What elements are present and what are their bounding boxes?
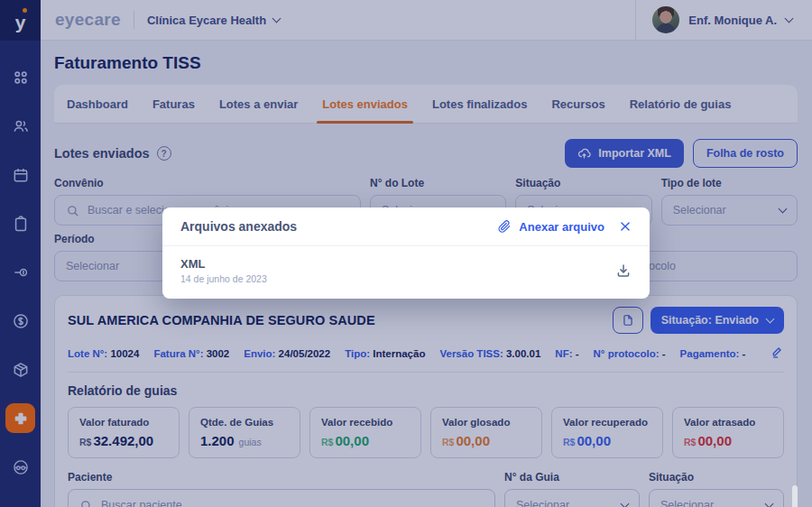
attach-file-button[interactable]: Anexar arquivo — [497, 219, 604, 234]
file-date: 14 de junho de 2023 — [180, 273, 267, 284]
faturamento-tiss-app: y — [0, 0, 812, 507]
file-info: XML 14 de junho de 2023 — [180, 257, 267, 284]
download-icon — [615, 263, 632, 279]
scrollbar-thumb[interactable] — [792, 485, 798, 507]
close-icon[interactable] — [619, 220, 632, 233]
download-button[interactable] — [615, 263, 632, 279]
paperclip-icon — [497, 219, 512, 234]
file-name: XML — [180, 257, 267, 271]
attached-files-modal: Arquivos anexados Anexar arquivo XML 14 … — [162, 207, 650, 299]
modal-title: Arquivos anexados — [180, 219, 297, 234]
modal-header: Arquivos anexados Anexar arquivo — [162, 207, 650, 246]
attach-file-label: Anexar arquivo — [519, 220, 604, 234]
attached-file-row: XML 14 de junho de 2023 — [162, 246, 650, 299]
